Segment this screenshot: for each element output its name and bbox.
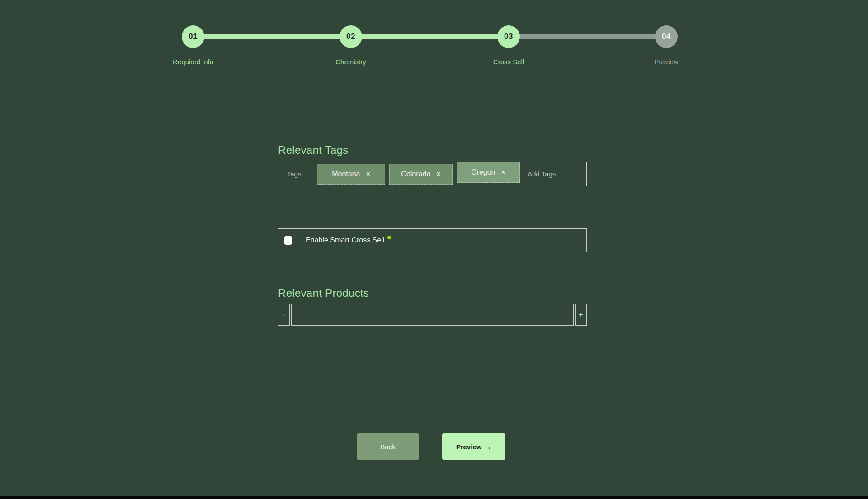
relevant-products-heading: Relevant Products — [278, 287, 369, 299]
back-button-label: Back — [380, 443, 395, 451]
decrement-button[interactable]: - — [278, 304, 290, 326]
step-chemistry[interactable]: 02 Chemistry — [310, 25, 392, 66]
preview-button-label: Preview — [456, 443, 482, 451]
required-indicator-dot — [387, 236, 391, 239]
step-number-badge[interactable]: 01 — [182, 25, 204, 48]
back-button[interactable]: Back — [357, 433, 419, 460]
remove-tag-icon[interactable]: × — [436, 170, 440, 178]
tag-chip-montana[interactable]: Montana × — [317, 164, 385, 185]
tag-chip-label: Montana — [332, 170, 360, 178]
step-number-badge[interactable]: 03 — [497, 25, 520, 48]
step-label: Chemistry — [310, 58, 392, 66]
step-cross-sell[interactable]: 03 Cross Sell — [468, 25, 549, 66]
add-tags-placeholder[interactable]: Add Tags — [528, 170, 556, 178]
arrow-right-icon: → — [485, 443, 491, 451]
smart-cross-sell-checkbox[interactable] — [284, 236, 292, 245]
products-value-field[interactable] — [291, 304, 574, 326]
remove-tag-icon[interactable]: × — [366, 170, 370, 178]
smart-cross-sell-label: Enable Smart Cross Sell — [306, 236, 384, 244]
tags-input-container[interactable]: Montana × Colorado × Oregon × Add Tags — [315, 162, 587, 186]
relevant-tags-heading: Relevant Tags — [278, 144, 349, 157]
checkbox-label-cell: Enable Smart Cross Sell — [298, 229, 391, 252]
tag-chip-oregon[interactable]: Oregon × — [457, 162, 520, 183]
preview-button[interactable]: Preview → — [442, 433, 505, 460]
form-content: Relevant Tags Tags Montana × Colorado × … — [278, 0, 587, 499]
smart-cross-sell-row: Enable Smart Cross Sell — [278, 228, 587, 252]
tags-field-row: Tags Montana × Colorado × Oregon × Add T… — [278, 162, 587, 186]
checkbox-cell — [278, 229, 298, 252]
products-quantity-row: - + — [278, 304, 587, 326]
tag-chip-label: Oregon — [471, 168, 495, 176]
step-preview[interactable]: 04 Preview — [626, 25, 707, 66]
tag-chip-colorado[interactable]: Colorado × — [389, 164, 453, 185]
step-number-badge[interactable]: 02 — [340, 25, 362, 48]
bottom-black-strip — [0, 496, 868, 499]
increment-button[interactable]: + — [575, 304, 587, 326]
step-label: Required Info — [152, 58, 234, 66]
remove-tag-icon[interactable]: × — [501, 168, 505, 176]
step-label: Preview — [626, 58, 707, 66]
step-required-info[interactable]: 01 Required Info — [152, 25, 234, 66]
tags-field-label: Tags — [278, 162, 310, 186]
step-label: Cross Sell — [468, 58, 549, 66]
step-number-badge[interactable]: 04 — [655, 25, 678, 48]
tag-chip-label: Colorado — [401, 170, 430, 178]
